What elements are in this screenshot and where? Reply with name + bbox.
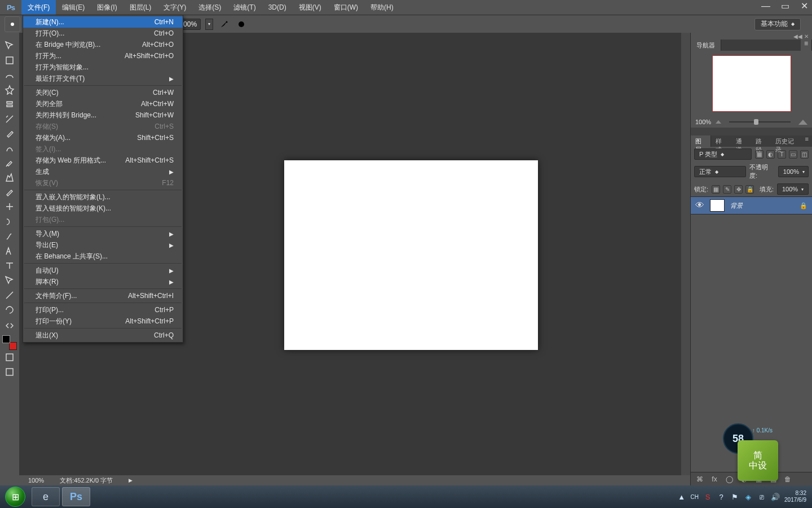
vertical-scrollbar[interactable] [681,33,690,475]
file-menu-item[interactable]: 存储为 Web 所用格式...Alt+Shift+Ctrl+S [23,155,183,166]
ime-indicator[interactable]: CH [691,494,699,500]
file-menu-item[interactable]: 打开为...Alt+Shift+Ctrl+O [23,50,183,62]
file-menu-item[interactable]: 置入嵌入的智能对象(L)... [23,191,183,203]
visibility-eye-icon[interactable]: 👁 [695,200,704,211]
menu-3d[interactable]: 3D(D) [262,0,293,15]
layer-opacity-field[interactable]: 100%▾ [778,166,809,177]
filter-pixel-icon[interactable]: ▦ [755,150,764,159]
file-menu-item[interactable]: 关闭全部Alt+Ctrl+W [23,98,183,110]
file-menu-item[interactable]: 打印(P)...Ctrl+P [23,304,183,316]
hand-tool[interactable] [2,303,17,317]
link-layers-icon[interactable]: ⌘ [695,475,704,483]
path-select-tool[interactable] [2,273,17,288]
pen-tool[interactable] [2,244,17,259]
start-button[interactable]: ⊞ [0,485,30,508]
taskbar-ie-icon[interactable]: e [32,487,60,506]
menu-图层[interactable]: 图层(L) [123,0,158,15]
flow-dropdown-icon[interactable]: ▾ [205,19,213,30]
history-brush-tool[interactable] [2,170,17,185]
screen-mode-icon[interactable] [2,365,17,379]
filter-adjust-icon[interactable]: ◐ [766,150,775,159]
filter-smart-icon[interactable]: ◫ [800,150,809,159]
lock-transparency-icon[interactable]: ▦ [712,185,720,194]
menu-窗口[interactable]: 窗口(W) [328,0,364,15]
layer-thumbnail[interactable] [710,199,725,212]
eyedropper-tool[interactable] [2,112,17,126]
blur-tool[interactable] [2,214,17,229]
navigator-menu-icon[interactable]: ≡ [801,40,812,51]
color-swatch[interactable] [2,335,17,350]
file-menu-item[interactable]: 脚本(R)▶ [23,276,183,287]
delete-layer-icon[interactable]: 🗑 [783,475,792,483]
lock-position-icon[interactable]: ✥ [734,185,743,194]
layer-kind-filter[interactable]: P 类型◆ [694,148,752,160]
marquee-tool[interactable] [2,53,17,68]
fill-field[interactable]: 100%▾ [777,183,809,195]
zoom-readout[interactable]: 100% [28,477,44,484]
menu-视图[interactable]: 视图(V) [293,0,328,15]
gradient-tool[interactable] [2,200,17,214]
maximize-icon[interactable]: ▭ [780,2,789,11]
file-menu-item[interactable]: 自动(U)▶ [23,265,183,276]
file-menu-item[interactable]: 导出(E)▶ [23,239,183,251]
navigator-thumbnail[interactable] [712,55,791,112]
tray-shield-icon[interactable]: ◈ [744,493,753,501]
line-tool[interactable] [2,288,17,303]
lock-pixels-icon[interactable]: ✎ [723,185,731,194]
file-menu-item[interactable]: 在 Bridge 中浏览(B)...Alt+Ctrl+O [23,39,183,50]
type-tool[interactable] [2,259,17,273]
filter-type-icon[interactable]: T [778,150,786,159]
lasso-tool[interactable] [2,68,17,82]
blend-mode-dropdown[interactable]: 正常◆ [694,166,746,177]
file-menu-item[interactable]: 最近打开文件(T)▶ [23,73,183,84]
clone-stamp-tool[interactable] [2,156,17,170]
panel-tab-1[interactable]: 样式 [711,135,731,147]
minimize-icon[interactable]: — [761,2,770,11]
navigator-zoom-slider[interactable] [729,121,791,122]
taskbar-clock[interactable]: 8:32 2017/6/9 [784,490,806,503]
panel-tab-4[interactable]: 历史记录 [771,135,802,147]
zoom-in-icon[interactable] [798,120,807,125]
status-menu-icon[interactable]: ▶ [129,478,133,483]
menu-文字[interactable]: 文字(Y) [157,0,192,15]
tray-flag2-icon[interactable]: ⚑ [730,493,739,501]
panel-tab-0[interactable]: 图层 [691,135,711,147]
file-menu-item[interactable]: 在 Behance 上共享(S)... [23,251,183,262]
file-menu-item[interactable]: 存储为(A)...Shift+Ctrl+S [23,132,183,143]
workspace-switcher[interactable]: 基本功能◆ [754,18,801,30]
menu-帮助[interactable]: 帮助(H) [364,0,400,15]
menu-选择[interactable]: 选择(S) [192,0,227,15]
lock-all-icon[interactable]: 🔒 [745,185,754,194]
file-menu-item[interactable]: 打开为智能对象... [23,62,183,73]
filter-shape-icon[interactable]: ▭ [789,150,797,159]
file-menu-item[interactable]: 导入(M)▶ [23,228,183,239]
mask-icon[interactable]: ◯ [725,475,734,483]
file-menu-item[interactable]: 置入链接的智能对象(K)... [23,203,183,214]
tray-flag-icon[interactable]: ▲ [677,493,686,501]
menu-滤镜[interactable]: 滤镜(T) [227,0,262,15]
eraser-tool[interactable] [2,185,17,200]
quick-mask-icon[interactable] [2,350,17,365]
file-menu-item[interactable]: 关闭(C)Ctrl+W [23,87,183,98]
fx-icon[interactable]: fx [710,475,719,483]
tray-volume-icon[interactable]: 🔊 [771,493,780,501]
menu-文件[interactable]: 文件(F) [21,0,56,15]
brush-tool[interactable] [2,141,17,156]
tray-sogou-icon[interactable]: S [703,493,712,501]
zoom-tool[interactable] [2,317,17,332]
canvas[interactable] [284,160,538,350]
brush-preview-icon[interactable] [5,16,20,32]
file-menu-item[interactable]: 文件简介(F)...Alt+Shift+Ctrl+I [23,290,183,301]
layer-row-background[interactable]: 👁 背景 🔒 [691,196,812,214]
taskbar-ps-icon[interactable]: Ps [62,487,90,506]
menu-图像[interactable]: 图像(I) [91,0,123,15]
layers-menu-icon[interactable]: ≡ [802,135,812,147]
airbrush-icon[interactable] [219,19,230,30]
panel-tab-3[interactable]: 路径 [751,135,771,147]
panel-collapse-icon[interactable]: ◀◀ ✕ [691,33,812,40]
close-icon[interactable]: ✕ [800,2,809,11]
menu-编辑[interactable]: 编辑(E) [56,0,91,15]
navigator-tab[interactable]: 导航器 [691,40,721,51]
file-menu-item[interactable]: 生成▶ [23,166,183,177]
magic-wand-tool[interactable] [2,82,17,97]
